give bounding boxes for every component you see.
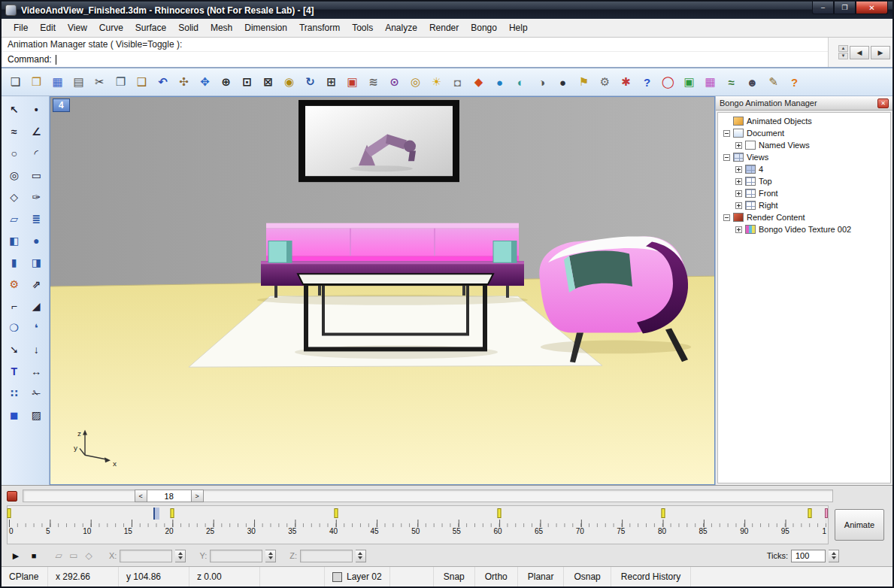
render-preview-icon[interactable]: ● — [489, 72, 510, 92]
status-toggle[interactable]: Osnap — [564, 567, 611, 586]
new-document-icon[interactable]: ❏ — [5, 72, 26, 92]
tree-item-front[interactable]: Front — [718, 187, 890, 199]
frame-prev-button[interactable]: < — [135, 489, 147, 502]
open-file-icon[interactable]: ❒ — [26, 72, 47, 92]
x-coord-field[interactable] — [120, 550, 172, 562]
current-frame-value[interactable]: 18 — [147, 489, 191, 502]
status-toggle[interactable]: Record History — [611, 567, 691, 586]
menu-item[interactable]: Surface — [129, 20, 172, 35]
expand-expander[interactable] — [735, 178, 742, 185]
zoom-extents-icon[interactable]: ⊠ — [258, 72, 278, 92]
move-icon[interactable]: ✥ — [195, 72, 215, 92]
box-icon[interactable]: ◧ — [4, 231, 25, 250]
viewport-label[interactable]: 4 — [53, 99, 70, 112]
menu-item[interactable]: File — [8, 20, 34, 35]
bongo-annotate-icon[interactable]: ✎ — [763, 72, 783, 92]
point-icon[interactable]: • — [26, 100, 47, 120]
keyframe-track[interactable] — [9, 508, 826, 520]
select-icon[interactable]: ↖ — [4, 100, 25, 120]
print-icon[interactable]: ▤ — [68, 72, 89, 92]
x-coord-spinner[interactable] — [175, 550, 186, 562]
curve-icon[interactable]: ≈ — [4, 122, 25, 141]
scroll-down-icon[interactable]: ▼ — [838, 53, 848, 59]
collapse-expander[interactable] — [723, 214, 730, 221]
rectangle-icon[interactable]: ▭ — [26, 165, 47, 185]
lights-icon[interactable]: ☀ — [426, 72, 447, 92]
drop-icon[interactable]: ❛ — [26, 318, 47, 338]
close-button[interactable]: ✕ — [856, 2, 888, 14]
save-icon[interactable]: ▦ — [47, 72, 68, 92]
environment-editor-icon[interactable]: ◑ — [532, 72, 552, 92]
copy-icon[interactable]: ❐ — [111, 72, 131, 92]
cylinder-icon[interactable]: ▮ — [4, 253, 25, 272]
zoom-selected-icon[interactable]: ◉ — [279, 72, 299, 92]
collapse-expander[interactable] — [723, 154, 730, 161]
bongo-utilities-icon[interactable]: ☻ — [742, 72, 762, 92]
zoom-dynamic-icon[interactable]: ⊕ — [216, 72, 236, 92]
flag-icon[interactable]: ⚑ — [574, 72, 594, 92]
menu-item[interactable]: Transform — [293, 20, 346, 35]
expand-expander[interactable] — [735, 190, 742, 197]
gear-icon[interactable]: ⚙ — [4, 274, 25, 294]
y-coord-field[interactable] — [210, 550, 262, 562]
text-icon[interactable]: T — [4, 362, 25, 381]
tree-item-named-views[interactable]: Named Views — [718, 139, 890, 151]
menu-item[interactable]: Analyze — [379, 20, 423, 35]
render-icon[interactable]: ◆ — [468, 72, 489, 92]
record-view-icon[interactable]: ◇ — [82, 550, 95, 562]
sun-study-icon[interactable]: ● — [553, 72, 573, 92]
bongo-render-animation-icon[interactable]: ▦ — [700, 72, 720, 92]
options-gear-icon[interactable]: ⚙ — [595, 72, 615, 92]
tree-item-animated-objects[interactable]: Animated Objects — [718, 115, 890, 127]
tree-item-bongo-video-texture[interactable]: Bongo Video Texture 002 — [718, 223, 890, 235]
osnap-icon[interactable]: ⊙ — [384, 72, 405, 92]
minimize-button[interactable]: – — [812, 2, 834, 14]
bongo-icon[interactable]: ◯ — [658, 72, 678, 92]
viewport-4[interactable]: z y x 4 — [50, 96, 715, 485]
collapse-expander[interactable] — [723, 130, 730, 137]
bongo-curve-editor-icon[interactable]: ≈ — [721, 72, 741, 92]
expand-expander[interactable] — [735, 142, 742, 149]
z-coord-spinner[interactable] — [356, 550, 366, 562]
lock-icon[interactable]: ◘ — [447, 72, 468, 92]
circle-icon[interactable]: ○ — [4, 144, 25, 163]
tree-item-render-content[interactable]: Render Content — [718, 211, 890, 223]
menu-item[interactable]: Bongo — [465, 20, 503, 35]
next-prompt-button[interactable]: ▶ — [871, 46, 890, 59]
record-objects-icon[interactable]: ▭ — [67, 550, 80, 562]
layer-manager-icon[interactable]: ≋ — [363, 72, 383, 92]
cplane-button[interactable]: CPlane — [2, 567, 48, 586]
menu-item[interactable]: Solid — [172, 20, 205, 35]
current-layer-button[interactable]: Layer 02 — [325, 567, 390, 586]
tree-item-viewport-4[interactable]: 4 — [718, 163, 890, 175]
help-icon[interactable]: ? — [637, 72, 657, 92]
prev-prompt-button[interactable]: ◀ — [850, 46, 869, 59]
arc-icon[interactable]: ◜ — [26, 144, 47, 163]
bongo-objects-icon[interactable]: ▣ — [679, 72, 699, 92]
z-coord-field[interactable] — [300, 550, 353, 562]
expand-expander[interactable] — [735, 166, 742, 173]
tree-item-top[interactable]: Top — [718, 175, 890, 187]
keyframe-marker[interactable] — [498, 508, 502, 518]
status-toggle[interactable]: Snap — [434, 567, 475, 586]
bongo-help-icon[interactable]: ? — [784, 72, 805, 92]
frame-next-button[interactable]: > — [191, 489, 204, 502]
timeline-close-icon[interactable] — [7, 491, 17, 502]
paste-icon[interactable]: ❑ — [132, 72, 152, 92]
zoom-window-icon[interactable]: ⊡ — [237, 72, 257, 92]
menu-item[interactable]: Help — [503, 20, 534, 35]
boolean-icon[interactable]: ❍ — [4, 318, 25, 338]
animate-button[interactable]: Animate — [835, 509, 884, 541]
block-icon[interactable]: ◼ — [4, 405, 25, 425]
surface-icon[interactable]: ▱ — [4, 209, 25, 229]
keyframe-marker[interactable] — [334, 508, 338, 518]
panel-close-icon[interactable]: ✕ — [877, 99, 889, 108]
ellipse-icon[interactable]: ◎ — [4, 165, 25, 185]
gumball-icon[interactable]: ◎ — [405, 72, 426, 92]
status-toggle[interactable]: Planar — [518, 567, 565, 586]
array-icon[interactable]: ∷ — [4, 383, 25, 403]
ticks-spinner[interactable] — [829, 550, 839, 562]
extrude-icon[interactable]: ⇗ — [26, 274, 47, 294]
menu-item[interactable]: Curve — [93, 20, 129, 35]
hide-objects-icon[interactable]: ▣ — [342, 72, 362, 92]
